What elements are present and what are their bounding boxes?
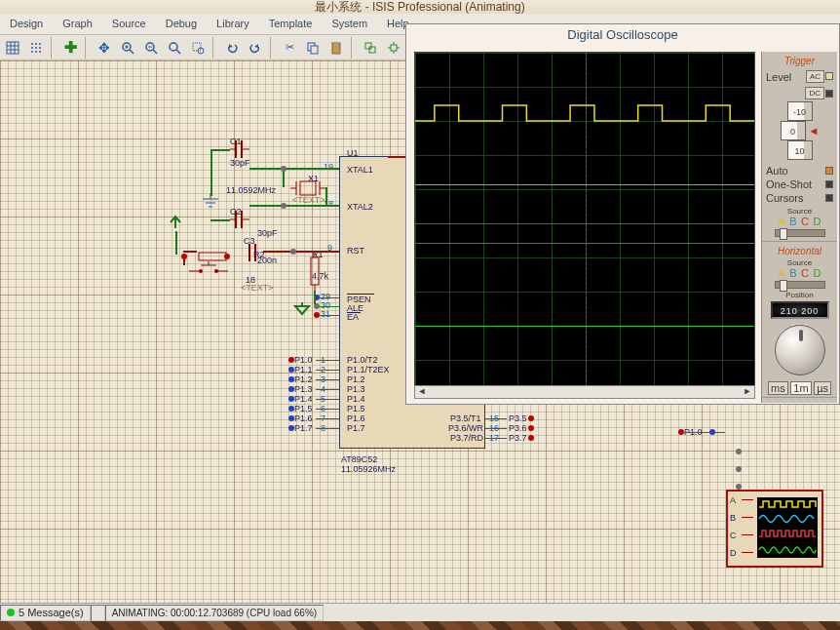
svg-point-11	[31, 51, 33, 53]
port-b[interactable]: B	[730, 513, 736, 523]
p14-label: P1.4	[347, 394, 365, 404]
svg-rect-31	[391, 45, 397, 51]
menu-system[interactable]: System	[322, 14, 377, 34]
port-d[interactable]: D	[730, 548, 737, 558]
trace-d	[415, 326, 754, 327]
p11-label: P1.1/T2EX	[347, 365, 390, 374]
level-spin-mid[interactable]: 0	[781, 121, 806, 140]
p36-label: P3.6/WR	[448, 423, 483, 433]
mini-scope-screen	[757, 497, 818, 558]
push-button[interactable]	[189, 261, 228, 277]
svg-line-15	[130, 50, 134, 54]
pin-xtal2-label: XTAL2	[347, 202, 373, 212]
pin-xtal1-label: XTAL1	[347, 165, 373, 175]
p16-label: P1.6	[347, 413, 365, 423]
menu-design[interactable]: Design	[0, 14, 53, 34]
cut-icon[interactable]: ✂	[279, 37, 300, 59]
svg-rect-44	[300, 181, 316, 195]
svg-point-12	[35, 51, 37, 53]
u1-ref: U1	[347, 148, 359, 158]
level-spin-top[interactable]: -10	[787, 101, 813, 121]
cursors-led[interactable]	[825, 194, 833, 202]
scope-title: Digital Oscilloscope	[406, 24, 839, 46]
auto-led[interactable]	[825, 167, 833, 175]
zoom-all-icon[interactable]	[164, 37, 185, 59]
c2-ref: C2	[230, 207, 242, 217]
svg-point-21	[170, 43, 177, 51]
zoom-out-icon[interactable]	[140, 37, 162, 59]
svg-line-22	[176, 50, 180, 54]
svg-point-10	[39, 47, 41, 49]
scroll-right-icon[interactable]: ►	[741, 386, 754, 398]
power-icon	[168, 215, 183, 232]
oneshot-led[interactable]	[825, 180, 833, 188]
oscilloscope-instrument[interactable]: A B C D	[726, 490, 823, 568]
redo-icon[interactable]	[245, 37, 266, 59]
menu-source[interactable]: Source	[102, 14, 156, 34]
c1-ref: C1	[230, 137, 242, 146]
x1-ref: X1	[308, 174, 319, 183]
copy-icon[interactable]	[302, 37, 324, 59]
oscilloscope-window[interactable]: Digital Oscilloscope ◄ ► Trigger Level A…	[405, 23, 840, 405]
c3-ref: C3	[244, 236, 255, 246]
svg-point-9	[35, 47, 37, 49]
pin19-num: 19	[324, 162, 333, 172]
paste-icon[interactable]	[325, 37, 347, 59]
horiz-source-slider[interactable]	[775, 281, 825, 289]
c2-val: 30pF	[257, 228, 278, 238]
grid-icon[interactable]	[25, 37, 47, 59]
status-bar: 5 Message(s) ANIMATING: 00:00:12.703689 …	[0, 603, 840, 621]
scope-screen[interactable]	[414, 52, 755, 393]
auto-label: Auto	[766, 165, 788, 177]
level-spin-bot[interactable]: 10	[787, 140, 813, 160]
port-c[interactable]: C	[730, 531, 737, 540]
zoom-in-icon[interactable]	[117, 37, 138, 59]
zoom-area-icon[interactable]	[187, 37, 209, 59]
unit-1m[interactable]: 1m	[790, 381, 811, 395]
trace-c	[415, 243, 754, 244]
menu-graph[interactable]: Graph	[53, 14, 102, 34]
svg-point-6	[35, 43, 37, 45]
block-copy-icon[interactable]	[360, 37, 381, 59]
menu-template[interactable]: Template	[259, 14, 323, 34]
status-messages[interactable]: 5 Message(s)	[0, 605, 91, 621]
taskbar-strip	[0, 621, 840, 630]
scope-scrollbar[interactable]: ◄ ►	[414, 385, 755, 399]
svg-rect-28	[334, 42, 338, 45]
menu-debug[interactable]: Debug	[156, 14, 207, 34]
svg-point-71	[214, 269, 218, 273]
scope-controls: Trigger Level AC DC -10 0 ◄ 10 Auto One-…	[761, 52, 837, 403]
redraw-icon[interactable]	[2, 37, 23, 59]
p15-net: P1.5	[294, 404, 313, 413]
p36-net: P3.6	[509, 423, 527, 433]
horizontal-header: Horizontal	[764, 246, 835, 256]
unit-us[interactable]: µs	[814, 381, 831, 395]
svg-point-7	[39, 43, 41, 45]
pan-icon[interactable]: ✥	[94, 37, 115, 59]
timebase-knob[interactable]	[775, 325, 825, 375]
unit-ms[interactable]: ms	[768, 381, 788, 395]
level-label: Level	[766, 71, 791, 83]
ac-button[interactable]: AC	[806, 70, 824, 83]
dc-button[interactable]: DC	[805, 87, 824, 99]
origin-icon[interactable]: ✚	[59, 37, 81, 59]
svg-point-5	[31, 43, 33, 45]
svg-rect-23	[193, 43, 201, 51]
undo-icon[interactable]	[221, 37, 243, 59]
svg-point-8	[31, 47, 33, 49]
block-move-icon[interactable]	[383, 37, 404, 59]
u1-part: AT89C52	[341, 454, 377, 464]
trigger-source-slider[interactable]	[775, 229, 825, 237]
scroll-left-icon[interactable]: ◄	[415, 386, 429, 398]
p13-label: P1.3	[347, 384, 365, 394]
window-title: 最小系统 - ISIS Professional (Animating)	[0, 0, 840, 14]
svg-point-70	[199, 269, 203, 273]
p12-label: P1.2	[347, 374, 365, 384]
pin31-num: 31	[321, 309, 330, 319]
svg-rect-0	[7, 42, 19, 54]
position-display: 210 200 190	[771, 301, 829, 319]
status-animating: ANIMATING: 00:00:12.703689 (CPU load 66%…	[105, 605, 324, 621]
pin-ea-label: EA	[347, 312, 359, 322]
menu-library[interactable]: Library	[207, 14, 259, 34]
port-a[interactable]: A	[730, 495, 736, 505]
